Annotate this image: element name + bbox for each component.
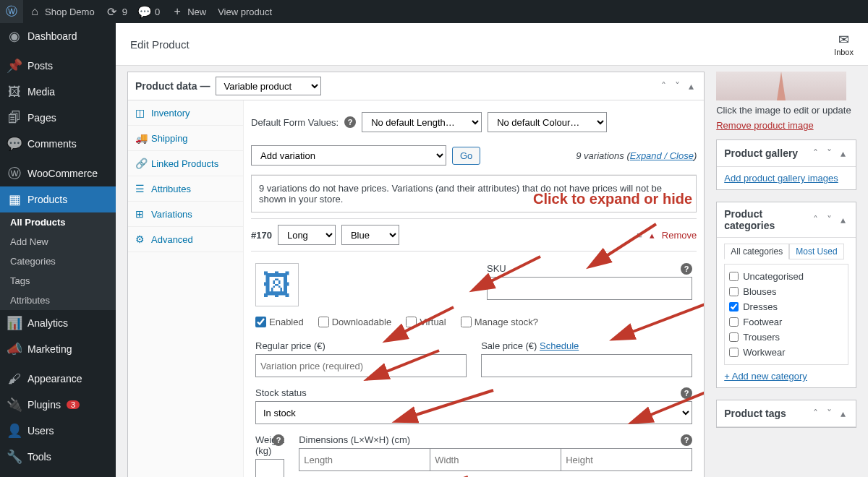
new-button[interactable]: +New — [166, 0, 212, 23]
tab-inventory[interactable]: ◫Inventory — [128, 100, 243, 126]
collapse-down-button[interactable]: ˅ — [672, 79, 683, 93]
updates-count: 9 — [122, 7, 127, 17]
cat-dresses[interactable]: Dresses — [729, 299, 843, 314]
menu-pages[interactable]: 🗐Pages — [0, 105, 116, 131]
sku-input[interactable] — [487, 277, 692, 300]
remove-product-image-link[interactable]: Remove product image — [716, 120, 813, 131]
view-product-button[interactable]: View product — [212, 0, 278, 23]
menu-plugins[interactable]: 🔌Plugins 3 — [0, 392, 116, 418]
regular-price-input[interactable] — [255, 354, 467, 377]
dim-height-input[interactable] — [561, 448, 692, 471]
cat-trousers[interactable]: Trousers — [729, 330, 843, 345]
default-colour-select[interactable]: No default Colour… — [488, 112, 607, 132]
menu-analytics[interactable]: 📊Analytics — [0, 310, 116, 336]
price-notice: 9 variations do not have prices. Variati… — [251, 175, 697, 212]
variation-header[interactable]: #170 Long Blue ≡ ▴ Remove — [251, 219, 697, 251]
go-button[interactable]: Go — [452, 147, 480, 165]
menu-posts[interactable]: 📌Posts — [0, 53, 116, 79]
collapse-up-button[interactable]: ˄ — [658, 79, 669, 93]
submenu-tags[interactable]: Tags — [0, 271, 116, 291]
menu-settings[interactable]: ⚙Settings — [0, 470, 116, 477]
wp-logo-button[interactable]: ⓦ — [0, 0, 23, 23]
submenu-attributes[interactable]: Attributes — [0, 291, 116, 310]
product-data-tabs: ◫Inventory 🚚Shipping 🔗Linked Products ☰A… — [128, 100, 244, 477]
menu-comments[interactable]: 💬Comments — [0, 131, 116, 157]
downloadable-checkbox[interactable]: Downloadable — [318, 317, 391, 327]
collapse-variation-icon[interactable]: ▴ — [650, 230, 655, 241]
sale-price-label: Sale price (€) Schedule — [481, 340, 692, 351]
inbox-button[interactable]: ✉ Inbox — [834, 32, 854, 56]
marketing-icon: 📣 — [7, 342, 22, 356]
cat-uncategorised[interactable]: Uncategorised — [729, 269, 843, 284]
menu-marketing[interactable]: 📣Marketing — [0, 336, 116, 362]
dim-width-input[interactable] — [430, 448, 561, 471]
submenu-all-products[interactable]: All Products — [0, 212, 116, 232]
stock-status-select[interactable]: In stock — [255, 401, 692, 424]
variation-image-upload[interactable]: 🖼 — [255, 263, 299, 306]
comments-count: 0 — [155, 7, 160, 17]
tab-linked[interactable]: 🔗Linked Products — [128, 151, 243, 176]
menu-tools[interactable]: 🔧Tools — [0, 444, 116, 470]
tab-attributes[interactable]: ☰Attributes — [128, 176, 243, 202]
menu-media[interactable]: 🖾Media — [0, 79, 116, 105]
tab-most-used[interactable]: Most Used — [789, 244, 843, 259]
tab-variations[interactable]: ⊞Variations — [128, 202, 243, 227]
help-icon[interactable]: ? — [344, 116, 356, 128]
virtual-checkbox[interactable]: Virtual — [406, 317, 446, 327]
toggle-button[interactable]: ▴ — [838, 146, 848, 160]
comment-icon: 💬 — [139, 6, 150, 17]
toggle-button[interactable]: ▴ — [838, 406, 848, 421]
media-icon: 🖾 — [7, 85, 22, 99]
add-new-category-link[interactable]: + Add new category — [724, 371, 807, 382]
menu-products[interactable]: ▦Products — [0, 186, 116, 212]
sale-price-input[interactable] — [481, 354, 692, 377]
default-length-select[interactable]: No default Length… — [362, 112, 482, 132]
down-button[interactable]: ˅ — [824, 146, 835, 160]
cat-workwear[interactable]: Workwear — [729, 345, 843, 360]
cat-blouses[interactable]: Blouses — [729, 284, 843, 299]
updates-button[interactable]: ⟳9 — [101, 0, 133, 23]
dim-length-input[interactable] — [299, 448, 430, 471]
toggle-button[interactable]: ▴ — [686, 79, 697, 93]
submenu-categories[interactable]: Categories — [0, 252, 116, 271]
remove-variation-link[interactable]: Remove — [662, 230, 697, 241]
regular-price-label: Regular price (€) — [255, 340, 467, 351]
menu-users[interactable]: 👤Users — [0, 418, 116, 444]
drag-handle-icon[interactable]: ≡ — [637, 230, 642, 241]
wordpress-icon: ⓦ — [6, 6, 17, 17]
menu-woocommerce[interactable]: ⓦWooCommerce — [0, 160, 116, 186]
tab-shipping[interactable]: 🚚Shipping — [128, 126, 243, 151]
site-name-button[interactable]: ⌂Shop Demo — [23, 0, 101, 23]
tab-advanced[interactable]: ⚙Advanced — [128, 227, 243, 252]
variation-attr-colour[interactable]: Blue — [341, 225, 399, 245]
appearance-icon: 🖌 — [7, 371, 22, 386]
menu-dashboard[interactable]: ◉Dashboard — [0, 23, 116, 49]
users-icon: 👤 — [7, 424, 22, 438]
weight-input[interactable] — [255, 459, 284, 477]
add-gallery-images-link[interactable]: Add product gallery images — [724, 173, 838, 184]
comments-button[interactable]: 💬0 — [133, 0, 166, 23]
inventory-icon: ◫ — [135, 107, 147, 119]
default-form-row: Default Form Values: ? No default Length… — [251, 108, 697, 141]
down-button[interactable]: ˅ — [824, 406, 835, 421]
product-data-label: Product data — — [135, 80, 210, 92]
variation-attr-length[interactable]: Long — [278, 225, 336, 245]
menu-appearance[interactable]: 🖌Appearance — [0, 366, 116, 392]
down-button[interactable]: ˅ — [824, 212, 835, 227]
up-button[interactable]: ˄ — [810, 406, 821, 421]
add-variation-select[interactable]: Add variation — [251, 145, 446, 166]
enabled-checkbox[interactable]: Enabled — [255, 317, 304, 327]
products-icon: ▦ — [7, 192, 22, 207]
schedule-link[interactable]: Schedule — [540, 340, 579, 351]
up-button[interactable]: ˄ — [810, 146, 821, 160]
expand-close-link[interactable]: Expand / Close — [630, 150, 694, 161]
product-image-preview[interactable] — [716, 72, 846, 100]
manage-stock-checkbox[interactable]: Manage stock? — [461, 317, 538, 327]
cat-footwear[interactable]: Footwear — [729, 314, 843, 330]
tab-all-categories[interactable]: All categories — [724, 244, 789, 259]
up-button[interactable]: ˄ — [810, 212, 821, 227]
plus-icon: + — [171, 6, 183, 17]
submenu-add-new[interactable]: Add New — [0, 232, 116, 252]
product-type-select[interactable]: Variable product — [216, 77, 321, 95]
toggle-button[interactable]: ▴ — [838, 212, 848, 227]
